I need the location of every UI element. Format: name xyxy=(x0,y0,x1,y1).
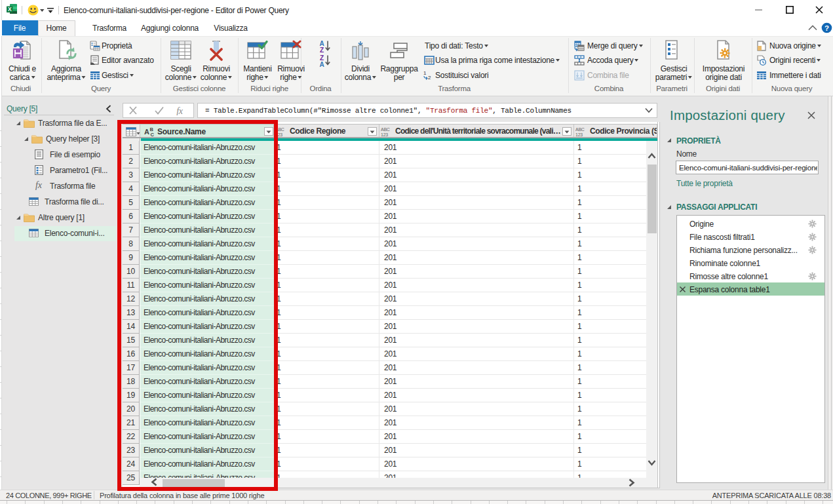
svg-text:fx: fx xyxy=(176,106,184,115)
svg-text:1: 1 xyxy=(423,70,427,76)
svg-text:Z: Z xyxy=(320,47,324,54)
svg-text:ABC: ABC xyxy=(575,127,585,132)
svg-text:A: A xyxy=(320,61,324,68)
svg-text:123: 123 xyxy=(575,132,583,137)
svg-text:123: 123 xyxy=(381,132,388,137)
svg-text:2: 2 xyxy=(428,75,431,81)
svg-text:X: X xyxy=(8,6,12,12)
svg-text:ABC: ABC xyxy=(381,127,390,132)
svg-text:?: ? xyxy=(824,24,829,32)
